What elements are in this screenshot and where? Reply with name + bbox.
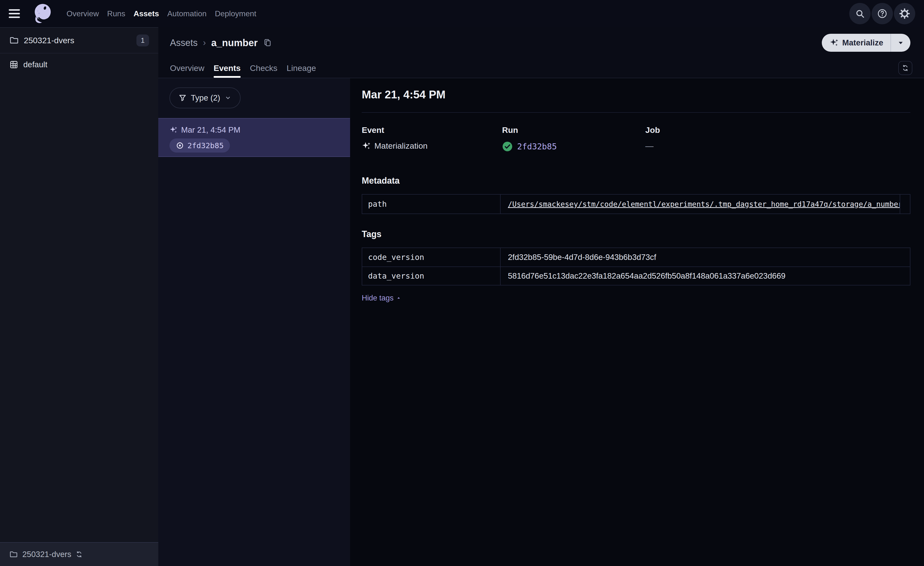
tag-value: 2fd32b85-59be-4d7d-8d6e-943b6b3d73cf	[501, 253, 910, 262]
nav-item-automation[interactable]: Automation	[167, 9, 207, 18]
run-id-text: 2fd32b85	[188, 141, 224, 150]
materialize-dropdown-button[interactable]	[891, 34, 910, 52]
run-id-link[interactable]: 2fd32b85	[517, 142, 557, 151]
asset-group-icon	[9, 60, 18, 69]
event-type-value: Materialization	[374, 141, 428, 151]
job-value: —	[645, 141, 654, 151]
hide-tags-button[interactable]: Hide tags	[362, 294, 401, 303]
event-list-panel: Type (2) Mar 21, 4:54 PM	[158, 78, 350, 566]
sidebar-footer: 250321-dvers	[0, 542, 158, 566]
run-id-badge[interactable]: 2fd32b85	[170, 138, 230, 152]
hamburger-menu-icon[interactable]	[9, 9, 20, 18]
search-button[interactable]	[849, 3, 871, 24]
tab-events[interactable]: Events	[214, 58, 241, 78]
top-nav: Overview Runs Assets Automation Deployme…	[0, 0, 924, 27]
materialize-button[interactable]: Materialize	[822, 34, 891, 52]
tab-lineage[interactable]: Lineage	[287, 58, 316, 78]
event-timestamp: Mar 21, 4:54 PM	[181, 125, 240, 135]
filter-funnel-icon	[178, 93, 187, 102]
asset-count-badge: 1	[136, 35, 149, 47]
event-list-item-selected[interactable]: Mar 21, 4:54 PM 2fd32b85	[158, 118, 350, 157]
tag-value: 5816d76e51c13dac22e3fa182a654aa2d526fb50…	[501, 271, 910, 281]
nav-item-overview[interactable]: Overview	[66, 9, 99, 18]
reload-location-button[interactable]	[75, 551, 83, 558]
asset-tabs-row: Overview Events Checks Lineage	[158, 58, 924, 78]
tags-table: code_version 2fd32b85-59be-4d7d-8d6e-943…	[362, 248, 910, 285]
asset-sidebar: 250321-dvers 1 default 250321-dvers	[0, 27, 158, 566]
materialization-sparkle-icon	[362, 142, 371, 151]
copy-icon	[263, 38, 272, 47]
metadata-heading: Metadata	[362, 176, 910, 186]
caret-down-icon	[897, 39, 905, 47]
tab-overview[interactable]: Overview	[170, 58, 204, 78]
tag-key: data_version	[362, 267, 501, 285]
primary-nav: Overview Runs Assets Automation Deployme…	[66, 9, 256, 18]
sync-icon	[902, 64, 909, 72]
run-success-icon	[502, 141, 513, 152]
event-detail-panel: Mar 21, 4:54 PM Event Materialization	[350, 78, 924, 566]
metadata-path-link[interactable]: /Users/smackesey/stm/code/elementl/exper…	[508, 200, 900, 208]
metadata-table: path /Users/smackesey/stm/code/elementl/…	[362, 194, 910, 214]
sync-icon	[75, 551, 83, 558]
sidebar-group-row[interactable]: 250321-dvers 1	[0, 28, 158, 53]
sidebar-group-label: 250321-dvers	[24, 36, 74, 45]
help-button[interactable]	[872, 3, 893, 24]
run-column-label: Run	[502, 125, 645, 135]
job-column-label: Job	[645, 125, 660, 135]
search-icon	[855, 9, 865, 19]
table-row: data_version 5816d76e51c13dac22e3fa182a6…	[362, 266, 910, 285]
sidebar-item-default[interactable]: default	[0, 53, 158, 76]
materialization-sparkle-icon	[830, 38, 839, 47]
nav-item-runs[interactable]: Runs	[107, 9, 125, 18]
folder-icon	[9, 35, 19, 45]
table-row: code_version 2fd32b85-59be-4d7d-8d6e-943…	[362, 248, 910, 266]
type-filter-label: Type (2)	[191, 93, 220, 102]
asset-header: Assets › a_number Materialize	[158, 27, 924, 58]
sidebar-item-label: default	[23, 60, 47, 69]
table-row: path /Users/smackesey/stm/code/elementl/…	[362, 194, 910, 214]
event-column-label: Event	[362, 125, 502, 135]
help-icon	[877, 8, 888, 19]
settings-button[interactable]	[894, 3, 915, 24]
tab-checks[interactable]: Checks	[250, 58, 277, 78]
caret-up-icon	[396, 295, 401, 301]
metadata-key: path	[362, 194, 501, 214]
breadcrumb-separator: ›	[203, 38, 206, 48]
materialize-label: Materialize	[842, 38, 883, 47]
dagster-logo-icon[interactable]	[30, 1, 56, 26]
event-detail-title: Mar 21, 4:54 PM	[362, 88, 910, 101]
tag-key: code_version	[362, 248, 501, 266]
asset-key-title: a_number	[211, 38, 258, 48]
hide-tags-label: Hide tags	[362, 294, 393, 303]
code-location-label: 250321-dvers	[22, 550, 71, 559]
type-filter-button[interactable]: Type (2)	[170, 87, 241, 108]
chevron-down-icon	[224, 94, 232, 102]
folder-icon	[9, 550, 18, 559]
nav-item-assets[interactable]: Assets	[134, 9, 159, 18]
run-target-icon	[176, 142, 184, 150]
tags-heading: Tags	[362, 229, 910, 239]
materialize-button-group: Materialize	[822, 34, 910, 52]
nav-item-deployment[interactable]: Deployment	[215, 9, 256, 18]
materialization-sparkle-icon	[170, 126, 178, 134]
refresh-button[interactable]	[898, 61, 912, 75]
copy-asset-key-button[interactable]	[263, 38, 272, 47]
breadcrumb-assets-link[interactable]: Assets	[170, 38, 198, 48]
gear-icon	[899, 8, 910, 19]
